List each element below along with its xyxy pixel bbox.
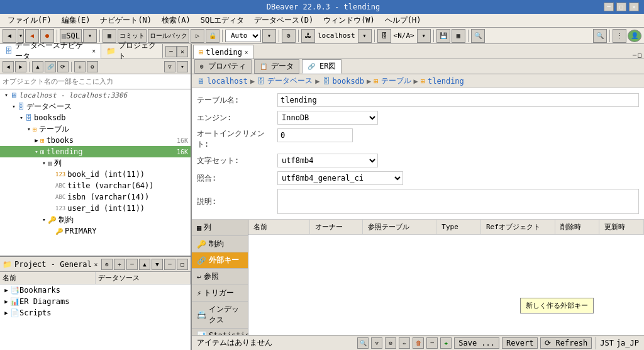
- settings-tool[interactable]: ⚙: [385, 337, 396, 349]
- table-group-expand[interactable]: ▾: [25, 126, 33, 132]
- sidebar-statistics[interactable]: 📊 Statistics: [192, 329, 248, 335]
- nav-filter-dropdown[interactable]: ▾: [177, 61, 188, 72]
- close-button[interactable]: ✕: [629, 3, 639, 11]
- project-bookmarks[interactable]: ▶ 📑 Bookmarks: [0, 285, 191, 296]
- sidebar-ref[interactable]: ↩ 参照: [192, 269, 248, 285]
- tlending-expand[interactable]: ▾: [33, 149, 40, 155]
- tree-root[interactable]: ▾ 🖥 localhost - localhost:3306: [0, 89, 191, 101]
- menu-edit[interactable]: 編集(E): [57, 14, 96, 27]
- tree-constraint-group[interactable]: ▾ 🔑 制約: [0, 214, 191, 225]
- search-icon[interactable]: 🔍: [593, 29, 607, 43]
- project-add[interactable]: +: [114, 259, 125, 270]
- tree-booksdb[interactable]: ▾ 🗄 booksdb: [0, 112, 191, 123]
- tree-tlending[interactable]: ▾ ⊞ tlending 16K: [0, 146, 191, 157]
- panel-minimize[interactable]: ─: [165, 46, 177, 57]
- add-fk-tool[interactable]: +: [440, 337, 452, 349]
- menu-sql-editor[interactable]: SQLエディタ: [196, 14, 250, 27]
- desc-input[interactable]: [277, 189, 639, 214]
- tree-primary[interactable]: 🔑 PRIMARY: [0, 225, 191, 237]
- minimize-button[interactable]: ─: [604, 3, 614, 11]
- menu-window[interactable]: ウィンドウ(W): [318, 14, 380, 27]
- sidebar-fk[interactable]: 🔗 外部キー: [192, 252, 248, 269]
- tab-properties[interactable]: ⚙ プロパティ: [194, 59, 252, 74]
- nav-collapse[interactable]: ▲: [32, 61, 43, 72]
- panel-close[interactable]: ✕: [177, 46, 188, 57]
- host-dropdown[interactable]: ▾: [358, 29, 372, 43]
- tab-close-icon[interactable]: ✕: [245, 49, 248, 55]
- tab-db-navigator[interactable]: 🗄 データベースナビゲータ ✕: [0, 44, 101, 59]
- user-icon[interactable]: 👤: [628, 30, 641, 42]
- bookmarks-expand[interactable]: ▶: [3, 287, 10, 293]
- db-group-expand[interactable]: ▾: [10, 103, 18, 110]
- autoincr-input[interactable]: [277, 128, 353, 142]
- sidebar-index[interactable]: 📇 インデックス: [192, 302, 248, 329]
- toolbar-icon-2[interactable]: ▦: [452, 29, 465, 43]
- table-name-input[interactable]: [277, 93, 639, 107]
- bc-table[interactable]: テーブル: [381, 76, 411, 86]
- minus-tool[interactable]: ─: [426, 337, 438, 349]
- project-settings[interactable]: ⚙: [101, 259, 113, 270]
- nav-back[interactable]: ◀: [3, 61, 14, 72]
- bc-tlending[interactable]: tlending: [428, 77, 464, 86]
- menu-navigate[interactable]: ナビゲート(N): [95, 14, 157, 27]
- nav-settings[interactable]: ⚙: [87, 61, 98, 72]
- menu-file[interactable]: ファイル(F): [3, 14, 57, 27]
- bc-host[interactable]: localhost: [207, 77, 248, 86]
- edit-tool[interactable]: ✏: [399, 337, 410, 349]
- tree-tbooks[interactable]: ▶ ⊞ tbooks 16K: [0, 135, 191, 146]
- project-scripts[interactable]: ▶ 📄 Scripts: [0, 307, 191, 319]
- constraint-expand[interactable]: ▾: [40, 217, 48, 223]
- object-search-input[interactable]: [0, 74, 191, 89]
- tree-col-isbn[interactable]: ABC isbn (varchar(14)): [0, 191, 191, 203]
- menu-database[interactable]: データベース(D): [249, 14, 318, 27]
- restore-button[interactable]: □: [616, 3, 626, 11]
- arrow-icon[interactable]: ▷: [191, 29, 204, 43]
- bc-booksdb[interactable]: booksdb: [333, 77, 365, 86]
- menu-help[interactable]: ヘルプ(H): [380, 14, 426, 27]
- search-tool[interactable]: 🔍: [357, 337, 369, 349]
- db-nav-close[interactable]: ✕: [92, 48, 95, 54]
- booksdb-expand[interactable]: ▾: [18, 115, 25, 121]
- tree-col-title[interactable]: ABC title (varchar(64)): [0, 180, 191, 191]
- project-minimize[interactable]: ─: [164, 259, 175, 270]
- scripts-expand[interactable]: ▶: [3, 310, 10, 316]
- project-maximize[interactable]: □: [177, 259, 188, 270]
- tab-data[interactable]: 📋 データ: [254, 59, 300, 74]
- tab-er[interactable]: 🔗 ER図: [302, 59, 341, 74]
- sidebar-trigger[interactable]: ⚡ トリガー: [192, 285, 248, 302]
- engine-select[interactable]: InnoDB: [277, 111, 378, 125]
- lock-icon[interactable]: 🔒: [206, 29, 219, 43]
- tab-project[interactable]: 📁 プロジェクト: [101, 44, 163, 59]
- project-close-tab[interactable]: ✕: [94, 261, 97, 268]
- root-expand[interactable]: ▾: [3, 92, 10, 98]
- db-dropdown[interactable]: ▾: [417, 29, 431, 43]
- refresh-button[interactable]: ⟳ Refresh: [540, 337, 592, 349]
- sidebar-constraint[interactable]: 🔑 制約: [192, 236, 248, 252]
- collation-select[interactable]: utf8mb4_general_ci: [277, 171, 403, 185]
- nav-filter[interactable]: ▽: [164, 61, 175, 72]
- save-button[interactable]: Save ...: [454, 337, 499, 349]
- tab-tlending[interactable]: ⊞ tlending ✕: [193, 45, 253, 59]
- panel-min-icon[interactable]: ─: [633, 52, 636, 59]
- er-expand[interactable]: ▶: [3, 298, 10, 305]
- charset-select[interactable]: utf8mb4: [277, 154, 378, 167]
- filter-tool[interactable]: ▽: [371, 337, 382, 349]
- nav-sync[interactable]: ⟳: [57, 61, 69, 72]
- nav-link[interactable]: 🔗: [45, 61, 56, 72]
- tree-col-book-id[interactable]: 123 book_id (int(11)): [0, 169, 191, 180]
- project-up[interactable]: ▲: [139, 259, 150, 270]
- bc-database[interactable]: データベース: [267, 76, 313, 86]
- grid-icon[interactable]: ▦: [103, 29, 116, 43]
- overflow-icon[interactable]: ⋮: [613, 29, 626, 43]
- nav-forward[interactable]: ▶: [15, 61, 26, 72]
- project-down[interactable]: ▼: [152, 259, 163, 270]
- toolbar-icon-1[interactable]: 💾: [436, 29, 450, 43]
- nav-add[interactable]: +: [74, 61, 86, 72]
- project-remove[interactable]: ─: [126, 259, 138, 270]
- revert-button[interactable]: Revert: [502, 337, 538, 349]
- back-button[interactable]: ◀: [3, 29, 16, 43]
- tree-col-group[interactable]: ▾ ▦ 列: [0, 157, 191, 169]
- auto-dropdown[interactable]: ▾: [262, 29, 276, 43]
- tree-table-group[interactable]: ▾ ⊞ テーブル: [0, 123, 191, 135]
- col-group-expand[interactable]: ▾: [40, 160, 48, 166]
